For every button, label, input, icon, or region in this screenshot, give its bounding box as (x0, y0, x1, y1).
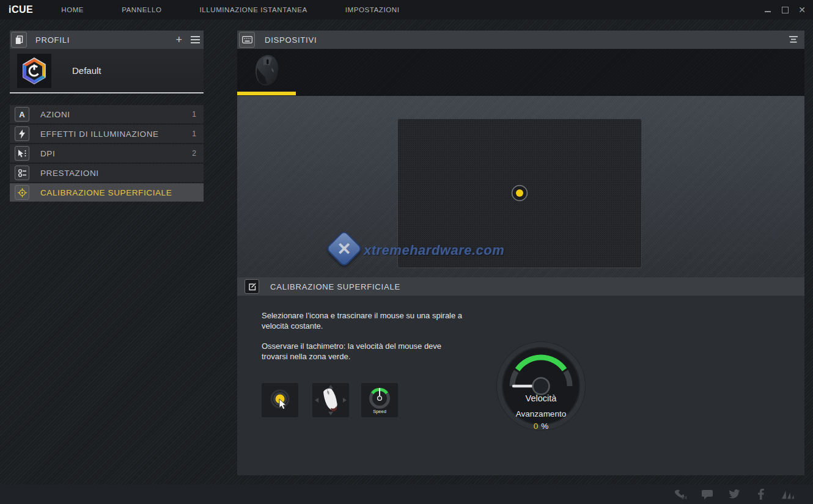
device-tab-strip (237, 49, 804, 96)
menu-illuminazione-istantanea[interactable]: ILLUMINAZIONE ISTANTANEA (199, 6, 307, 13)
sidebar-item-prestazioni[interactable]: PRESTAZIONI (10, 164, 204, 182)
window-controls: ✕ (764, 6, 806, 13)
calibration-instructions: Selezionare l’icona e trascinare il mous… (262, 310, 466, 362)
chat-icon[interactable] (701, 489, 714, 500)
active-tab-underline (237, 92, 296, 95)
badge-count: 2 (192, 149, 196, 158)
profile-row-default[interactable]: Default (10, 49, 204, 92)
profiles-icon (11, 32, 27, 48)
titlebar: iCUE HOME PANNELLO ILLUMINAZIONE ISTANTA… (0, 0, 813, 20)
speed-label: Speed (373, 409, 386, 414)
profile-divider (10, 92, 204, 93)
add-profile-icon[interactable]: + (175, 34, 182, 45)
facebook-icon[interactable] (754, 489, 768, 500)
main-menu: HOME PANNELLO ILLUMINAZIONE ISTANTANEA I… (61, 6, 399, 13)
icue-logo: iCUE (9, 4, 33, 15)
mouse-direction-tool[interactable] (312, 383, 349, 417)
speed-gauge-tool[interactable]: Speed (361, 383, 398, 417)
badge-count: 1 (192, 130, 196, 138)
menu-impostazioni[interactable]: IMPOSTAZIONI (345, 6, 400, 13)
instruction-line-1: Selezionare l’icona e trascinare il mous… (262, 310, 466, 331)
close-icon[interactable]: ✕ (798, 6, 806, 13)
calibration-drag-target[interactable] (511, 184, 528, 202)
menu-pannello[interactable]: PANNELLO (122, 6, 161, 13)
icue-window: iCUE HOME PANNELLO ILLUMINAZIONE ISTANTA… (0, 0, 813, 504)
device-sort-icon[interactable] (789, 34, 798, 45)
sidebar-item-calibrazione-superficiale[interactable]: CALIBRAZIONE SUPERFICIALE (10, 183, 204, 202)
profile-avatar (17, 54, 51, 88)
profile-menu-icon[interactable] (191, 34, 200, 45)
mouse-device-image (248, 52, 285, 90)
sidebar-item-dpi[interactable]: DPI 2 (10, 144, 204, 163)
profile-name: Default (72, 65, 101, 76)
progress-unit: % (541, 422, 548, 431)
statusbar: 24 (0, 484, 813, 504)
gauge-progress-value: 0% (495, 422, 587, 431)
menu-home[interactable]: HOME (61, 6, 84, 13)
target-icon (15, 185, 29, 200)
keyboard-icon (239, 32, 255, 48)
sliders-icon (15, 166, 29, 180)
profili-title: PROFILI (35, 35, 175, 45)
minimize-icon[interactable] (764, 6, 771, 13)
dispositivi-header: DISPOSITIVI (237, 31, 804, 49)
gauge-progress-label: Avanzamento (495, 409, 587, 418)
twitter-icon[interactable] (727, 489, 741, 500)
badge-count: 1 (192, 110, 196, 119)
profili-header: PROFILI + (10, 31, 204, 49)
corsair-icon[interactable] (781, 489, 795, 500)
progress-percent: 0 (534, 422, 539, 431)
device-tab-mouse[interactable] (237, 50, 296, 92)
gauge-velocity-label: Velocità (495, 393, 587, 403)
maximize-icon[interactable] (781, 6, 789, 13)
dispositivi-title: DISPOSITIVI (265, 35, 789, 45)
drag-target-tool[interactable] (262, 383, 298, 417)
lightning-icon (15, 126, 29, 141)
instruction-line-2: Osservare il tachimetro: la velocità del… (262, 341, 466, 362)
calibrazione-title: CALIBRAZIONE SUPERFICIALE (270, 282, 400, 291)
calibrazione-header: CALIBRAZIONE SUPERFICIALE (237, 277, 804, 296)
letter-a-icon: A (15, 107, 29, 122)
support-24h-icon[interactable]: 24 (674, 489, 687, 500)
sidebar-item-azioni[interactable]: A AZIONI 1 (10, 105, 204, 123)
dpi-cursor-icon (15, 146, 29, 161)
svg-text:24: 24 (682, 495, 687, 500)
sidebar-item-effetti-di-illuminazione[interactable]: EFFETTI DI ILLUMINAZIONE 1 (10, 125, 204, 143)
edit-icon (245, 279, 259, 294)
